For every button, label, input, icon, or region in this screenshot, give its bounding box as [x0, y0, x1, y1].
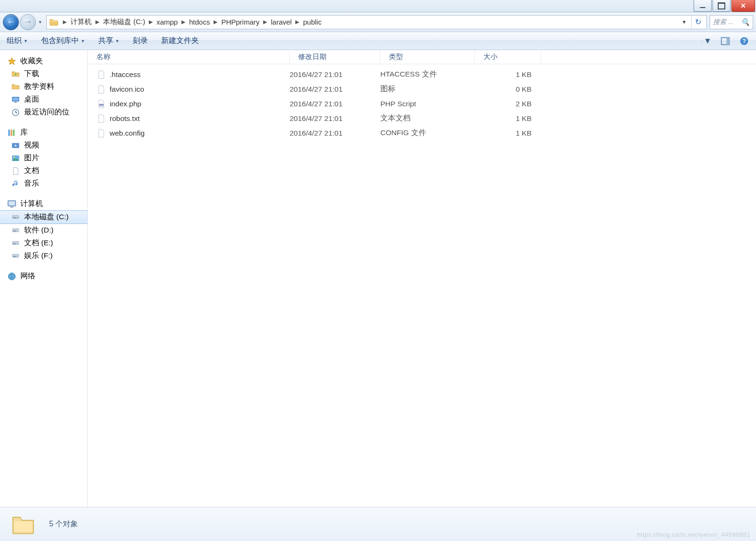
chevron-right-icon[interactable]: ▶ [213, 19, 218, 25]
share-button[interactable]: 共享▼ [98, 36, 120, 46]
breadcrumb-item[interactable]: htdocs [186, 16, 213, 29]
maximize-button[interactable] [713, 0, 730, 12]
svg-rect-21 [9, 201, 15, 205]
sidebar-item-pictures[interactable]: 图片 [0, 152, 87, 164]
file-type: CONFIG 文件 [380, 128, 475, 138]
search-placeholder: 搜索 ... [713, 18, 734, 26]
sidebar-item-drive-d[interactable]: 软件 (D:) [0, 224, 87, 237]
sidebar-item-music[interactable]: 音乐 [0, 177, 87, 190]
chevron-right-icon[interactable]: ▶ [62, 19, 68, 25]
svg-rect-27 [13, 231, 17, 231]
status-bar: 5 个对象 [0, 507, 756, 541]
svg-rect-31 [13, 256, 17, 257]
sidebar-item-videos[interactable]: 视频 [0, 139, 87, 152]
search-input[interactable]: 搜索 ... 🔍 [710, 15, 753, 29]
file-icon: php [96, 99, 106, 109]
chevron-down-icon: ▼ [81, 39, 85, 43]
sidebar-computer[interactable]: 计算机 [0, 198, 87, 210]
svg-rect-30 [12, 254, 18, 258]
document-icon [10, 166, 21, 176]
sidebar-favorites[interactable]: 收藏夹 [0, 55, 87, 68]
file-date: 2016/4/27 21:01 [290, 100, 380, 108]
address-dropdown[interactable]: ▼ [679, 17, 689, 26]
sidebar-item-downloads[interactable]: 下载 [0, 68, 87, 80]
organize-button[interactable]: 组织▼ [7, 36, 28, 46]
sidebar-item-label: 教学资料 [24, 82, 54, 92]
file-size: 0 KB [475, 85, 541, 94]
sidebar-item-label: 最近访问的位 [24, 107, 69, 117]
breadcrumb-item[interactable]: public [300, 16, 324, 29]
sidebar-item-teaching[interactable]: 教学资料 [0, 80, 87, 93]
folder-icon [10, 82, 21, 92]
column-type[interactable]: 类型 [380, 50, 475, 64]
file-row[interactable]: .htaccess2016/4/27 21:01HTACCESS 文件1 KB [88, 67, 756, 82]
computer-icon [7, 199, 17, 209]
file-date: 2016/4/27 21:01 [290, 70, 380, 79]
sidebar-item-label: 网络 [20, 271, 35, 281]
back-button[interactable]: ← [3, 14, 19, 30]
breadcrumb-item[interactable]: laravel [268, 16, 294, 29]
svg-rect-12 [15, 102, 17, 103]
view-options-button[interactable]: ▼ [701, 36, 712, 46]
minimize-button[interactable] [694, 0, 712, 12]
file-date: 2016/4/27 21:01 [290, 85, 380, 94]
refresh-button[interactable]: ↻ [691, 16, 704, 29]
file-size: 1 KB [475, 70, 541, 79]
burn-button[interactable]: 刻录 [133, 36, 148, 46]
recent-icon [10, 108, 21, 117]
address-bar: ← → ▼ ▶ 计算机 ▶ 本地磁盘 (C:) ▶ xampp ▶ htdocs… [0, 12, 756, 32]
sidebar-item-drive-f[interactable]: 娱乐 (F:) [0, 249, 87, 262]
sidebar-item-desktop[interactable]: 桌面 [0, 93, 87, 106]
new-folder-button[interactable]: 新建文件夹 [161, 36, 199, 46]
preview-pane-button[interactable] [720, 36, 730, 46]
file-row[interactable]: web.config2016/4/27 21:01CONFIG 文件1 KB [88, 126, 756, 140]
sidebar-network[interactable]: 网络 [0, 270, 87, 283]
music-icon [10, 179, 21, 189]
breadcrumb-item[interactable]: 计算机 [68, 16, 94, 29]
chevron-right-icon[interactable]: ▶ [262, 19, 268, 25]
svg-rect-16 [13, 129, 15, 136]
history-dropdown[interactable]: ▼ [37, 15, 43, 29]
forward-button[interactable]: → [20, 14, 36, 30]
chevron-down-icon: ▼ [115, 39, 120, 43]
sidebar-libraries[interactable]: 库 [0, 126, 87, 139]
file-row[interactable]: favicon.ico2016/4/27 21:01图标0 KB [88, 82, 756, 96]
breadcrumb-item[interactable]: xampp [154, 16, 180, 29]
chevron-right-icon[interactable]: ▶ [94, 19, 100, 25]
sidebar-item-documents[interactable]: 文档 [0, 164, 87, 177]
chevron-right-icon[interactable]: ▶ [148, 19, 154, 25]
file-row[interactable]: phpindex.php2016/4/27 21:01PHP Script2 K… [88, 96, 756, 111]
search-icon: 🔍 [741, 18, 750, 26]
file-name: favicon.ico [110, 85, 144, 94]
status-text: 5 个对象 [49, 519, 78, 529]
file-date: 2016/4/27 21:01 [290, 129, 380, 137]
file-row[interactable]: robots.txt2016/4/27 21:01文本文档1 KB [88, 111, 756, 126]
svg-text:php: php [100, 103, 103, 106]
close-button[interactable] [731, 0, 755, 12]
file-size: 1 KB [475, 129, 541, 137]
file-icon [96, 70, 106, 79]
chevron-right-icon[interactable]: ▶ [180, 19, 186, 25]
arrow-left-icon: ← [7, 17, 15, 27]
include-in-library-button[interactable]: 包含到库中▼ [41, 36, 85, 46]
sidebar-item-recent[interactable]: 最近访问的位 [0, 106, 87, 119]
svg-point-25 [17, 217, 18, 218]
file-icon [96, 85, 106, 94]
help-button[interactable]: ? [739, 36, 749, 46]
library-icon [7, 128, 17, 137]
chevron-right-icon[interactable]: ▶ [294, 19, 300, 25]
breadcrumb-bar[interactable]: ▶ 计算机 ▶ 本地磁盘 (C:) ▶ xampp ▶ htdocs ▶ PHP… [46, 15, 707, 29]
sidebar-item-label: 文档 (E:) [24, 238, 53, 248]
column-date[interactable]: 修改日期 [290, 50, 380, 64]
sidebar-item-label: 图片 [24, 153, 39, 163]
breadcrumb-item[interactable]: PHPprimary [218, 16, 262, 29]
sidebar-item-label: 视频 [24, 140, 39, 150]
column-size[interactable]: 大小 [475, 50, 541, 64]
file-size: 1 KB [475, 114, 541, 123]
sidebar-item-label: 桌面 [24, 94, 39, 104]
titlebar [0, 0, 756, 12]
breadcrumb-item[interactable]: 本地磁盘 (C:) [100, 16, 148, 29]
column-name[interactable]: 名称 [88, 50, 290, 64]
sidebar-item-drive-c[interactable]: 本地磁盘 (C:) [0, 210, 87, 224]
sidebar-item-drive-e[interactable]: 文档 (E:) [0, 237, 87, 249]
